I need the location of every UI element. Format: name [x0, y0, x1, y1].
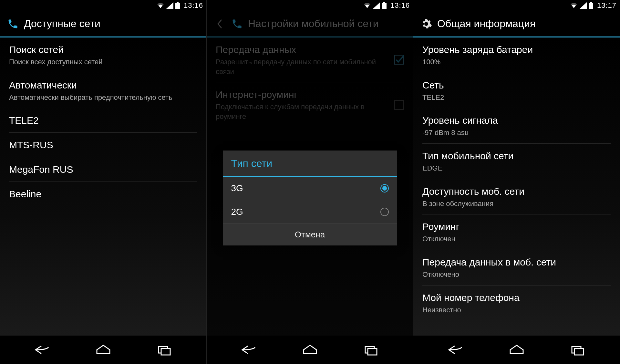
svg-rect-4 — [383, 2, 385, 3]
network-type-dialog: Тип сети 3G 2G Отмена — [223, 151, 397, 245]
option-3g[interactable]: 3G — [223, 177, 397, 200]
dialog-title: Тип сети — [223, 151, 397, 177]
back-button[interactable] — [23, 342, 61, 358]
item-sub: Неизвестно — [422, 305, 611, 315]
header-title: Настройки мобильной сети — [248, 18, 379, 30]
network-beeline-item[interactable]: Beeline — [9, 182, 197, 206]
header-title: Доступные сети — [24, 18, 100, 30]
screen-header: Общая информация — [413, 11, 620, 37]
home-button[interactable] — [497, 342, 536, 358]
back-button[interactable] — [229, 342, 268, 358]
item-label: Мой номер телефона — [422, 291, 611, 304]
screen-mobile-settings: 13:16 Настройки мобильной сети Передача … — [207, 0, 413, 364]
auto-select-item[interactable]: Автоматически Автоматически выбирать пре… — [9, 73, 197, 109]
status-time: 13:17 — [597, 1, 616, 10]
item-sub: Поиск всех доступных сетей — [9, 57, 197, 67]
option-label: 3G — [231, 183, 243, 193]
item-sub: Автоматически выбирать предпочтительную … — [9, 93, 197, 102]
radio-unselected-icon — [380, 208, 389, 216]
item-sub: В зоне обслуживания — [422, 199, 611, 209]
item-label: Автоматически — [9, 79, 197, 91]
item-sub: 100% — [422, 57, 611, 67]
wifi-icon — [157, 2, 164, 9]
network-item: Сеть TELE2 — [422, 73, 611, 109]
recent-button[interactable] — [145, 342, 184, 358]
screen-general-info: 13:17 Общая информация Уровень заряда ба… — [413, 0, 620, 364]
item-label: Роуминг — [422, 220, 611, 233]
item-label: Поиск сетей — [9, 43, 197, 56]
back-button[interactable] — [436, 342, 475, 358]
svg-rect-11 — [589, 3, 593, 9]
item-label: MegaFon RUS — [9, 163, 197, 176]
screen-available-networks: 13:16 Доступные сети Поиск сетей Поиск в… — [0, 0, 207, 364]
recent-button[interactable] — [558, 342, 597, 358]
mobile-network-type-item: Тип мобильной сети EDGE — [422, 144, 611, 179]
nav-bar — [0, 336, 206, 364]
option-2g[interactable]: 2G — [223, 200, 397, 224]
signal-icon — [580, 2, 587, 9]
roaming-status-item: Роуминг Отключен — [422, 214, 611, 250]
screen-header: Настройки мобильной сети — [207, 11, 413, 37]
svg-rect-13 — [574, 348, 584, 355]
item-sub: Отключен — [422, 234, 611, 244]
network-availability-item: Доступность моб. сети В зоне обслуживани… — [422, 179, 611, 215]
nav-bar — [413, 336, 620, 364]
signal-icon — [373, 2, 380, 9]
signal-icon — [166, 2, 173, 9]
dialog-overlay[interactable]: Тип сети 3G 2G Отмена — [207, 37, 413, 336]
signal-level-item: Уровень сигнала -97 dBm 8 asu — [422, 108, 611, 144]
phone-icon — [6, 17, 19, 30]
wifi-icon — [570, 2, 578, 9]
network-megafon-item[interactable]: MegaFon RUS — [9, 157, 197, 182]
recent-button[interactable] — [352, 342, 390, 358]
status-time: 13:16 — [390, 1, 410, 10]
gear-icon — [420, 17, 433, 30]
item-sub: EDGE — [422, 163, 611, 173]
battery-icon — [589, 2, 593, 9]
item-sub: Отключено — [422, 270, 611, 279]
svg-rect-0 — [177, 2, 179, 3]
home-button[interactable] — [84, 342, 123, 358]
svg-rect-1 — [175, 3, 180, 9]
item-label: Доступность моб. сети — [422, 185, 611, 198]
item-label: Тип мобильной сети — [422, 150, 611, 162]
item-label: Уровень сигнала — [422, 114, 611, 127]
item-label: MTS-RUS — [9, 139, 197, 151]
svg-rect-5 — [382, 3, 387, 9]
svg-rect-10 — [590, 2, 592, 3]
mobile-data-status-item: Передача данных в моб. сети Отключено — [422, 250, 611, 286]
option-label: 2G — [231, 207, 243, 217]
wifi-icon — [363, 2, 371, 9]
svg-rect-3 — [161, 348, 170, 355]
item-label: TELE2 — [9, 114, 197, 127]
battery-icon — [175, 2, 180, 9]
content-area: Поиск сетей Поиск всех доступных сетей А… — [0, 37, 206, 336]
status-bar: 13:16 — [0, 0, 206, 11]
battery-icon — [382, 2, 387, 9]
dialog-cancel-button[interactable]: Отмена — [223, 224, 397, 245]
battery-level-item: Уровень заряда батареи 100% — [422, 37, 611, 73]
header-title: Общая информация — [437, 18, 535, 30]
phone-number-item: Мой номер телефона Неизвестно — [422, 286, 611, 321]
network-tele2-item[interactable]: TELE2 — [9, 108, 197, 133]
item-sub: -97 dBm 8 asu — [422, 128, 611, 138]
item-sub: TELE2 — [422, 93, 611, 102]
svg-rect-9 — [368, 348, 377, 355]
nav-bar — [207, 336, 413, 364]
phone-icon — [231, 17, 243, 30]
back-chevron-icon — [213, 17, 226, 30]
item-label: Уровень заряда батареи — [422, 43, 611, 56]
item-label: Сеть — [422, 79, 611, 91]
network-mts-item[interactable]: MTS-RUS — [9, 133, 197, 157]
status-bar: 13:16 — [207, 0, 413, 11]
status-time: 13:16 — [184, 1, 203, 10]
content-area[interactable]: Уровень заряда батареи 100% Сеть TELE2 У… — [413, 37, 620, 336]
radio-selected-icon — [380, 184, 389, 192]
search-networks-item[interactable]: Поиск сетей Поиск всех доступных сетей — [9, 37, 197, 73]
home-button[interactable] — [291, 342, 329, 358]
item-label: Beeline — [9, 188, 197, 200]
status-bar: 13:17 — [413, 0, 620, 11]
screen-header: Доступные сети — [0, 11, 206, 37]
item-label: Передача данных в моб. сети — [422, 256, 611, 268]
